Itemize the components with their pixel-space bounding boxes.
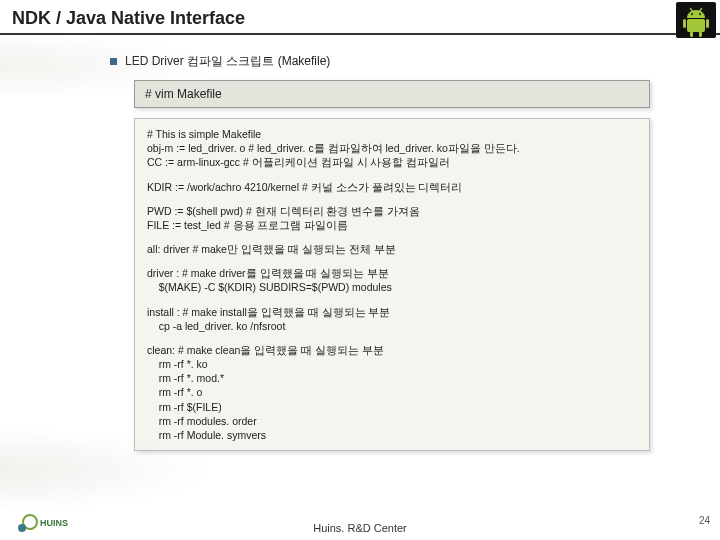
vim-command-box: # vim Makefile xyxy=(134,80,650,108)
bullet-line: LED Driver 컴파일 스크립트 (Makefile) xyxy=(110,53,720,70)
svg-point-2 xyxy=(699,13,701,15)
code-block-5: driver : # make driver를 입력했을 때 실행되는 부분 $… xyxy=(147,266,637,294)
title-bar: NDK / Java Native Interface xyxy=(0,0,720,35)
svg-point-1 xyxy=(691,13,693,15)
svg-rect-5 xyxy=(687,19,705,32)
page-title: NDK / Java Native Interface xyxy=(12,8,708,29)
code-block-3: PWD := $(shell pwd) # 현재 디렉터리 환경 변수를 가져옴… xyxy=(147,204,637,232)
bullet-square xyxy=(110,58,117,65)
svg-rect-6 xyxy=(683,19,686,28)
content-area: LED Driver 컴파일 스크립트 (Makefile) # vim Mak… xyxy=(0,35,720,451)
svg-rect-8 xyxy=(690,31,693,37)
vim-command: # vim Makefile xyxy=(145,87,222,101)
makefile-code-box: # This is simple Makefile obj-m := led_d… xyxy=(134,118,650,451)
code-block-7: clean: # make clean을 입력했을 때 실행되는 부분 rm -… xyxy=(147,343,637,442)
android-icon xyxy=(676,2,716,38)
code-block-2: KDIR := /work/achro 4210/kernel # 커널 소스가… xyxy=(147,180,637,194)
code-block-1: # This is simple Makefile obj-m := led_d… xyxy=(147,127,637,170)
code-block-4: all: driver # make만 입력했을 때 실행되는 전체 부분 xyxy=(147,242,637,256)
bullet-text: LED Driver 컴파일 스크립트 (Makefile) xyxy=(125,53,330,70)
code-block-6: install : # make install을 입력했을 때 실행되는 부분… xyxy=(147,305,637,333)
page-number: 24 xyxy=(699,515,710,526)
footer-text: Huins. R&D Center xyxy=(0,522,720,534)
svg-rect-7 xyxy=(706,19,709,28)
svg-rect-9 xyxy=(699,31,702,37)
